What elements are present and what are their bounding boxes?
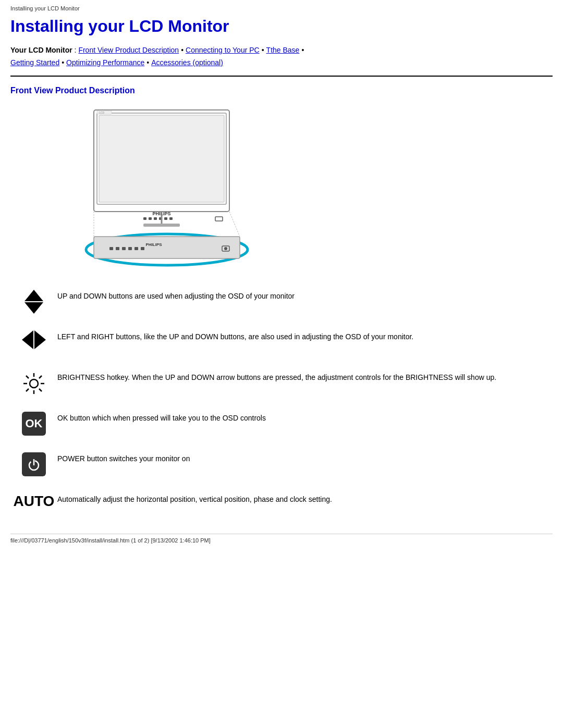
svg-rect-2 — [99, 115, 224, 202]
section-divider — [10, 76, 553, 77]
nav-link-front-view[interactable]: Front View Product Description — [78, 46, 179, 54]
up-down-icon-cell — [10, 289, 57, 314]
power-description: POWER button switches your monitor on — [57, 451, 553, 464]
auto-description: Automatically adjust the horizontal posi… — [57, 492, 553, 505]
brightness-description: BRIGHTNESS hotkey. When the UP and DOWN … — [57, 370, 553, 383]
monitor-image: PHILIPS PHILIPS — [63, 105, 261, 273]
nav-prefix: Your LCD Monitor — [10, 46, 72, 54]
nav-link-base[interactable]: Tthe Base — [266, 46, 300, 54]
triangle-down-icon — [25, 302, 43, 314]
power-row: POWER button switches your monitor on — [10, 451, 553, 477]
ok-row: OK OK button which when pressed will tak… — [10, 411, 553, 437]
auto-icon-cell: AUTO — [10, 492, 57, 510]
monitor-image-container: PHILIPS PHILIPS — [63, 105, 553, 273]
triangle-right-icon — [34, 330, 46, 349]
svg-line-35 — [39, 376, 42, 378]
left-right-icon — [22, 330, 46, 349]
left-right-icon-cell — [10, 329, 57, 349]
nav-link-getting-started[interactable]: Getting Started — [10, 58, 59, 67]
footer-bar: file:///D|/03771/english/150v3f/install/… — [10, 534, 553, 544]
nav-links: Your LCD Monitor : Front View Product De… — [10, 44, 553, 69]
svg-rect-21 — [141, 247, 144, 250]
svg-rect-12 — [143, 224, 180, 227]
svg-line-25 — [229, 212, 240, 237]
svg-rect-16 — [109, 247, 113, 250]
ok-icon-cell: OK — [10, 411, 57, 436]
svg-rect-4 — [143, 217, 146, 220]
page-title: Installing your LCD Monitor — [10, 17, 553, 36]
nav-link-connecting[interactable]: Connecting to Your PC — [186, 46, 260, 54]
auto-row: AUTO Automatically adjust the horizontal… — [10, 492, 553, 518]
browser-tab-label: Installing your LCD Monitor — [10, 5, 553, 11]
brightness-row: BRIGHTNESS hotkey. When the UP and DOWN … — [10, 370, 553, 396]
svg-rect-6 — [154, 217, 157, 220]
svg-rect-17 — [116, 247, 119, 250]
up-down-icon — [25, 290, 43, 314]
svg-rect-10 — [215, 217, 223, 221]
ok-description: OK button which when pressed will take y… — [57, 411, 553, 424]
svg-text:LCD: LCD — [99, 111, 104, 114]
icon-rows-container: UP and DOWN buttons are used when adjust… — [10, 289, 553, 518]
triangle-up-icon — [25, 290, 43, 301]
svg-line-34 — [39, 389, 42, 391]
nav-link-accessories[interactable]: Accessories (optional) — [151, 58, 223, 67]
auto-icon: AUTO — [14, 493, 55, 510]
svg-line-33 — [26, 376, 29, 378]
brightness-icon-cell — [10, 370, 57, 396]
svg-point-23 — [224, 247, 227, 250]
svg-rect-5 — [149, 217, 152, 220]
svg-rect-20 — [134, 247, 138, 250]
svg-point-28 — [30, 379, 38, 388]
left-right-row: LEFT and RIGHT buttons, like the UP and … — [10, 329, 553, 355]
power-icon — [22, 452, 46, 476]
power-svg — [25, 455, 43, 473]
left-right-description: LEFT and RIGHT buttons, like the UP and … — [57, 329, 553, 342]
triangle-left-icon — [22, 330, 33, 349]
svg-rect-18 — [122, 247, 126, 250]
svg-rect-9 — [169, 217, 173, 220]
nav-link-optimizing[interactable]: Optimizing Performance — [66, 58, 144, 67]
svg-rect-8 — [164, 217, 167, 220]
up-down-row: UP and DOWN buttons are used when adjust… — [10, 289, 553, 315]
section-title: Front View Product Description — [10, 86, 553, 95]
svg-rect-19 — [128, 247, 132, 250]
brightness-icon — [21, 371, 46, 396]
power-icon-cell — [10, 451, 57, 476]
up-down-description: UP and DOWN buttons are used when adjust… — [57, 289, 553, 302]
svg-text:PHILIPS: PHILIPS — [145, 242, 162, 247]
svg-line-36 — [26, 389, 29, 391]
ok-icon: OK — [22, 412, 46, 436]
